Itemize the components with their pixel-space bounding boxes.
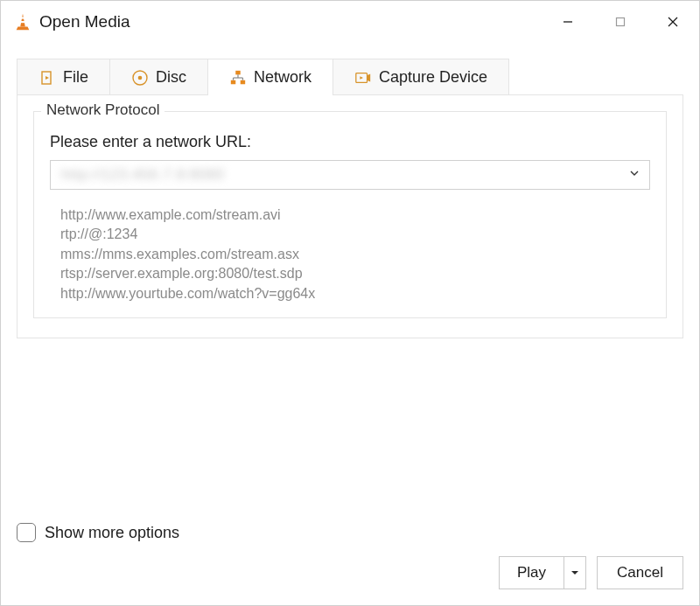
tab-capture-device[interactable]: Capture Device <box>332 59 509 95</box>
content-area: File Disc <box>1 43 699 523</box>
minimize-button[interactable] <box>542 1 594 43</box>
tab-file[interactable]: File <box>17 59 110 95</box>
capture-device-icon <box>354 69 372 87</box>
svg-rect-9 <box>235 70 240 74</box>
url-examples: http://www.example.com/stream.avi rtp://… <box>50 205 650 303</box>
network-icon <box>229 69 247 87</box>
example-line: mms://mms.examples.com/stream.asx <box>60 245 650 264</box>
tab-network[interactable]: Network <box>207 59 333 95</box>
titlebar: Open Media <box>1 1 699 43</box>
show-more-options-checkbox[interactable] <box>17 523 36 542</box>
svg-rect-0 <box>21 17 24 19</box>
svg-point-8 <box>138 75 143 80</box>
svg-rect-10 <box>231 80 235 84</box>
tab-label: File <box>63 68 88 87</box>
network-url-input[interactable]: http://123.456.7.8:8080 <box>50 160 650 190</box>
show-more-options-label: Show more options <box>45 524 179 542</box>
svg-rect-1 <box>20 21 24 23</box>
svg-rect-3 <box>617 18 625 26</box>
network-protocol-group: Network Protocol Please enter a network … <box>33 111 667 318</box>
vlc-cone-icon <box>13 12 32 31</box>
tab-label: Capture Device <box>379 68 487 87</box>
close-button[interactable] <box>647 1 699 43</box>
example-line: http://www.yourtube.com/watch?v=gg64x <box>60 284 650 303</box>
tab-bar: File Disc <box>17 59 683 95</box>
play-dropdown-toggle[interactable] <box>564 557 585 589</box>
button-row: Play Cancel <box>17 556 683 589</box>
maximize-button[interactable] <box>594 1 647 43</box>
example-line: rtp://@:1234 <box>60 225 650 244</box>
file-icon <box>38 69 56 87</box>
play-button-label: Play <box>500 557 564 589</box>
tab-label: Disc <box>156 68 186 87</box>
open-media-dialog: Open Media File <box>0 0 700 606</box>
group-legend: Network Protocol <box>41 101 164 119</box>
disc-icon <box>131 69 149 87</box>
example-line: http://www.example.com/stream.avi <box>60 205 650 225</box>
cancel-button-label: Cancel <box>617 564 663 582</box>
network-tab-panel: Network Protocol Please enter a network … <box>17 94 683 338</box>
svg-rect-11 <box>241 80 245 84</box>
example-line: rtsp://server.example.org:8080/test.sdp <box>60 264 650 283</box>
window-title: Open Media <box>39 12 130 31</box>
cancel-button[interactable]: Cancel <box>597 556 683 589</box>
url-prompt-label: Please enter a network URL: <box>50 133 650 151</box>
window-controls <box>542 1 699 43</box>
play-button[interactable]: Play <box>499 556 586 589</box>
tab-disc[interactable]: Disc <box>109 59 208 95</box>
url-value-text: http://123.456.7.8:8080 <box>61 166 224 184</box>
dialog-footer: Show more options Play Cancel <box>1 523 699 605</box>
tab-label: Network <box>254 68 312 87</box>
show-more-options-row: Show more options <box>17 523 683 542</box>
chevron-down-icon[interactable] <box>628 167 640 183</box>
